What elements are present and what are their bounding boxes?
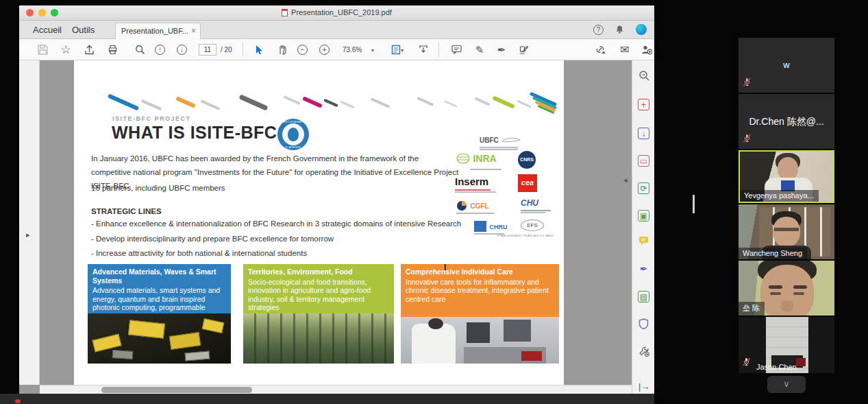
domain-title: Comprehensive Individual Care	[406, 268, 554, 276]
select-tool-icon[interactable]	[252, 43, 266, 57]
search-icon[interactable]	[133, 43, 147, 57]
materials-photo	[88, 313, 231, 364]
participant-name: Jason Chen	[752, 361, 802, 373]
zoom-level-caret-icon[interactable]: ▾	[371, 47, 374, 54]
next-page-icon[interactable]: ↓	[177, 45, 187, 55]
lab-photo	[401, 317, 559, 364]
horizontal-scrollbar[interactable]	[40, 385, 632, 394]
star-icon[interactable]: ☆	[59, 43, 73, 57]
tab-document-label: Presentation_UBF...	[121, 27, 188, 35]
page-total-label: / 20	[221, 46, 232, 54]
logo-ubfc: UBFC	[480, 136, 499, 144]
participant-tile[interactable]: Wancheng Sheng	[739, 204, 834, 259]
stamp-icon[interactable]	[517, 43, 530, 57]
protect-shield-icon[interactable]	[638, 318, 649, 330]
participant-tile-active-speaker[interactable]: Yevgenya pashaya...	[739, 150, 834, 203]
close-tab-icon[interactable]: ×	[191, 26, 196, 36]
convert-pdf-icon[interactable]: ⟳	[638, 182, 649, 194]
logo-chru: CHRU	[489, 224, 507, 230]
domain-card-materials: Advanced Materials, Waves & Smart System…	[88, 264, 231, 364]
participant-name: Yevgenya pashaya...	[740, 190, 819, 202]
tab-tools[interactable]: Outils	[72, 25, 95, 35]
logo-cgfl: CGFL	[470, 202, 488, 210]
participant-tile[interactable]: 垒 陈	[739, 261, 834, 316]
shared-screen-bottom-bar	[0, 394, 654, 404]
fill-sign-tool-icon[interactable]: ✒	[638, 263, 649, 275]
open-tools-pane-icon[interactable]: |→	[638, 381, 649, 392]
participant-tile[interactable]: Dr.Chen 陈然@...	[739, 94, 834, 149]
marianne-face-icon	[288, 128, 299, 141]
account-avatar[interactable]	[636, 24, 647, 35]
strategic-heading: STRATEGIC LINES	[91, 204, 162, 218]
text-cursor: I	[444, 263, 446, 272]
email-icon[interactable]: ✉	[618, 43, 632, 57]
share-link-icon[interactable]	[593, 43, 607, 57]
page-number-input[interactable]	[199, 44, 216, 56]
comment-tool-icon[interactable]	[638, 236, 649, 248]
combine-files-icon[interactable]: ▣	[638, 210, 649, 222]
help-icon[interactable]: ?	[593, 25, 604, 35]
participant-tile[interactable]: w	[739, 38, 834, 93]
page-display-caret-icon[interactable]: ▾	[401, 47, 404, 54]
person-add-icon[interactable]	[640, 43, 654, 57]
slide-title: WHAT IS ISITE-BFC ?	[112, 123, 293, 143]
collapse-videos-button[interactable]: ∨	[767, 376, 806, 393]
acrobat-window: Presentation_UBFC_2019.pdf Accueil Outil…	[19, 5, 654, 394]
screen: Presentation_UBFC_2019.pdf Accueil Outil…	[0, 0, 868, 404]
domain-title: Territories, Environment, Food	[248, 268, 389, 276]
participant-tile[interactable]: Jason Chen	[739, 317, 834, 373]
collapse-right-panel-icon[interactable]: ◂	[623, 176, 628, 185]
slide-kicker: ISITE-BFC PROJECT	[112, 115, 191, 122]
right-tools-rail: + ↓ ▭ ⟳ ▣ ✒ ▤ |→	[632, 60, 654, 394]
highlight-icon[interactable]: ✎	[473, 43, 486, 57]
zoom-out-icon[interactable]: −	[297, 45, 308, 55]
mic-muted-icon	[742, 357, 751, 369]
zoom-level-value[interactable]: 73.6%	[343, 46, 362, 54]
save-icon[interactable]	[36, 43, 49, 57]
mic-muted-icon	[743, 133, 752, 145]
domain-title: Advanced Materials, Waves & Smart System…	[92, 268, 226, 285]
tab-document[interactable]: Presentation_UBF... ×	[115, 23, 201, 39]
domain-card-care: Comprehensive Individual Care Innovative…	[401, 264, 559, 364]
fill-sign-icon[interactable]: ✒	[495, 43, 508, 57]
strategic-bullet: - Increase attractivity for both nationa…	[91, 246, 475, 261]
notifications-bell-icon[interactable]	[615, 25, 624, 37]
search-tools-icon[interactable]	[638, 70, 649, 82]
domain-card-territories: Territories, Environment, Food Socio-eco…	[243, 264, 394, 364]
share-indicator-dot	[15, 399, 21, 403]
intro-line2: 15 partners, including UBFC members	[91, 181, 460, 195]
toolbar-divider	[438, 43, 439, 57]
investissements-avenir-badge: INVESTISSEMENTS D'AVENIR	[277, 119, 309, 150]
expand-left-panel-icon[interactable]: ▸	[26, 230, 30, 239]
logo-inra: INRA	[473, 153, 496, 164]
forest-photo	[243, 313, 394, 364]
domain-body: Socio-ecological and food transitions, i…	[248, 278, 389, 312]
pdf-page: ISITE-BFC PROJECT WHAT IS ISITE-BFC ? IN…	[74, 60, 564, 385]
participant-name: Wancheng Sheng	[739, 248, 807, 259]
edit-pdf-icon[interactable]: ▭	[638, 155, 649, 167]
more-tools-icon[interactable]	[638, 346, 649, 357]
zoom-in-icon[interactable]: +	[319, 45, 330, 55]
print-icon[interactable]	[106, 43, 119, 57]
page-width-icon[interactable]	[417, 43, 430, 57]
logo-cnrs: CNRS	[518, 151, 536, 169]
logo-cea: cea	[518, 174, 537, 192]
panel-drag-handle[interactable]	[693, 195, 695, 213]
toolbar-divider	[243, 43, 243, 57]
create-pdf-icon[interactable]: +	[638, 99, 649, 110]
window-titlebar: Presentation_UBFC_2019.pdf	[19, 5, 654, 21]
horizontal-scrollbar-thumb[interactable]	[101, 387, 252, 393]
logo-inserm: Inserm	[455, 176, 488, 187]
participant-name: w	[739, 60, 834, 70]
previous-page-icon[interactable]: ↑	[155, 45, 165, 55]
scan-ocr-icon[interactable]: ▤	[638, 291, 649, 302]
chevron-down-icon: ∨	[783, 379, 790, 389]
share-upload-icon[interactable]	[82, 43, 96, 57]
tab-home[interactable]: Accueil	[33, 25, 62, 35]
export-pdf-icon[interactable]: ↓	[638, 128, 649, 139]
domain-body: Innovative care tools for inflammatory a…	[406, 278, 554, 304]
participant-name: 垒 陈	[739, 302, 765, 316]
hand-tool-icon[interactable]	[275, 43, 289, 57]
comment-icon[interactable]	[449, 43, 463, 57]
logo-efs: EFS	[521, 219, 544, 231]
